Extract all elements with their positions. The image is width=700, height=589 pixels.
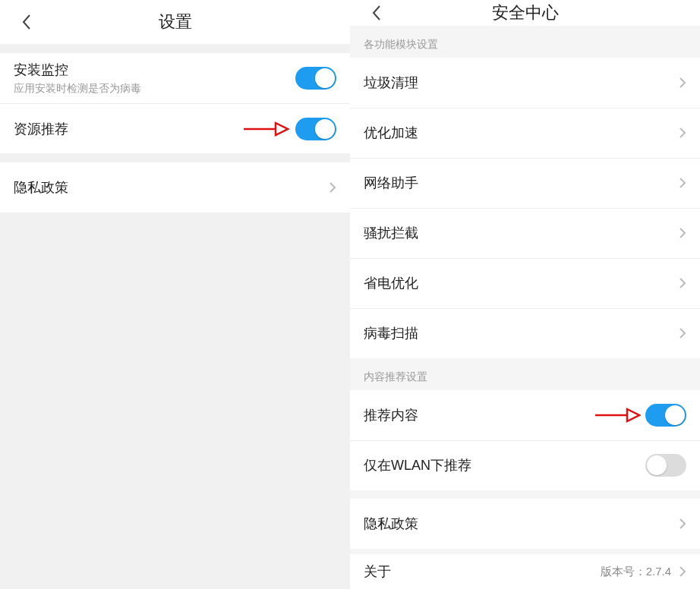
modules-group: 垃圾清理 优化加速 网络助手 骚扰拦截 省电优化 病毒扫描: [350, 58, 700, 358]
row-title: 资源推荐: [14, 120, 295, 138]
row-title: 病毒扫描: [364, 324, 679, 342]
row-virus-scan[interactable]: 病毒扫描: [350, 308, 700, 358]
row-title: 省电优化: [364, 274, 679, 292]
row-recommend-content[interactable]: 推荐内容: [350, 390, 700, 440]
row-power-saving[interactable]: 省电优化: [350, 258, 700, 308]
group-header-modules: 各功能模块设置: [350, 26, 700, 58]
settings-group-2: 隐私政策: [0, 162, 350, 213]
row-harassment-block[interactable]: 骚扰拦截: [350, 208, 700, 258]
toggle-recommend-content[interactable]: [645, 404, 686, 427]
page-title: 设置: [0, 11, 350, 33]
row-subtitle: 应用安装时检测是否为病毒: [14, 82, 295, 96]
row-title: 推荐内容: [364, 406, 645, 424]
row-network-assist[interactable]: 网络助手: [350, 158, 700, 208]
security-center-pane: 安全中心 各功能模块设置 垃圾清理 优化加速 网络助手 骚扰拦截 省电优化: [350, 0, 700, 589]
header: 安全中心: [350, 0, 700, 26]
chevron-right-icon: [329, 181, 336, 194]
row-about[interactable]: 关于 版本号：2.7.4: [350, 554, 700, 589]
privacy-group: 隐私政策: [350, 499, 700, 549]
version-label: 版本号：2.7.4: [601, 565, 671, 579]
row-wlan-only[interactable]: 仅在WLAN下推荐: [350, 440, 700, 490]
chevron-right-icon: [679, 518, 686, 530]
row-trash-clean[interactable]: 垃圾清理: [350, 58, 700, 108]
chevron-right-icon: [679, 565, 686, 578]
group-header-content: 内容推荐设置: [350, 358, 700, 390]
settings-group-1: 安装监控 应用安装时检测是否为病毒 资源推荐: [0, 53, 350, 153]
chevron-right-icon: [679, 77, 686, 89]
row-privacy-policy[interactable]: 隐私政策: [350, 499, 700, 549]
settings-pane: 设置 安装监控 应用安装时检测是否为病毒 资源推荐: [0, 0, 350, 589]
row-title: 骚扰拦截: [364, 224, 679, 242]
chevron-right-icon: [679, 127, 686, 139]
back-icon[interactable]: [21, 14, 32, 30]
back-icon[interactable]: [371, 5, 382, 21]
chevron-right-icon: [679, 277, 686, 289]
toggle-wlan-only[interactable]: [645, 454, 686, 477]
row-boost[interactable]: 优化加速: [350, 108, 700, 158]
row-title: 优化加速: [364, 124, 679, 142]
chevron-right-icon: [679, 327, 686, 339]
header: 设置: [0, 0, 350, 44]
toggle-install-monitor[interactable]: [295, 67, 336, 90]
toggle-resource-recommend[interactable]: [295, 118, 336, 140]
row-title: 隐私政策: [364, 515, 679, 533]
row-title: 安装监控: [14, 61, 295, 79]
page-title: 安全中心: [350, 2, 700, 24]
row-title: 网络助手: [364, 174, 679, 192]
chevron-right-icon: [679, 177, 686, 189]
row-title: 关于: [364, 562, 601, 581]
row-title: 垃圾清理: [364, 74, 679, 92]
row-privacy-policy[interactable]: 隐私政策: [0, 162, 350, 213]
row-resource-recommend[interactable]: 资源推荐: [0, 103, 350, 153]
content-group: 推荐内容 仅在WLAN下推荐: [350, 390, 700, 490]
row-title: 仅在WLAN下推荐: [364, 456, 645, 474]
row-install-monitor[interactable]: 安装监控 应用安装时检测是否为病毒: [0, 53, 350, 103]
about-group: 关于 版本号：2.7.4: [350, 554, 700, 589]
chevron-right-icon: [679, 227, 686, 239]
row-title: 隐私政策: [14, 178, 329, 197]
